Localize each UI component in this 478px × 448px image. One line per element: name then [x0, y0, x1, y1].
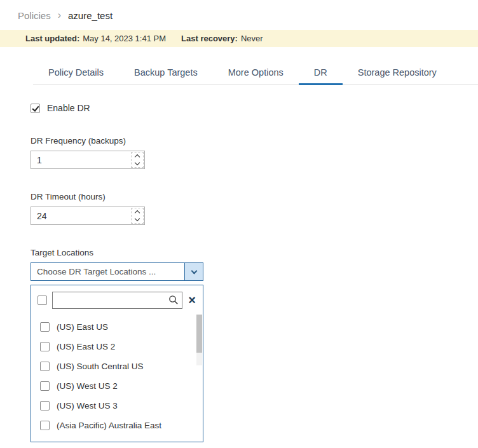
chevron-up-icon [135, 154, 140, 160]
breadcrumb-current-page: azure_test [68, 10, 113, 21]
dropdown-option[interactable]: (Asia Pacific) Australia East [31, 416, 203, 435]
chevron-down-icon [191, 268, 197, 274]
dr-frequency-decrement-button[interactable] [132, 160, 143, 168]
tab-policy-details[interactable]: Policy Details [33, 62, 119, 85]
option-label: (US) East US 2 [57, 342, 115, 351]
dr-frequency-field: DR Frequency (backups) 1 [31, 136, 478, 169]
tab-backup-targets[interactable]: Backup Targets [119, 62, 213, 85]
dr-timeout-input[interactable]: 24 [31, 207, 145, 225]
dr-frequency-label: DR Frequency (backups) [31, 136, 478, 146]
tab-storage-repository[interactable]: Storage Repository [343, 62, 452, 85]
option-label: (Asia Pacific) Australia East [57, 421, 161, 430]
dropdown-header: × [31, 290, 203, 314]
option-label: (US) West US 2 [57, 381, 118, 391]
last-recovery-value: Never [241, 34, 263, 43]
dr-frequency-spinner [131, 152, 144, 168]
dropdown-option[interactable]: (US) East US 2 [31, 337, 203, 356]
target-locations-selected-text: Choose DR Target Locations ... [31, 263, 184, 280]
option-label: (US) West US 3 [57, 401, 118, 411]
dr-timeout-label: DR Timeout (hours) [31, 192, 478, 201]
chevron-down-icon [135, 160, 140, 165]
target-locations-field: Target Locations Choose DR Target Locati… [31, 248, 478, 442]
search-icon [168, 295, 179, 305]
tab-more-options[interactable]: More Options [213, 62, 299, 85]
tab-bar: Policy Details Backup Targets More Optio… [33, 62, 478, 85]
option-checkbox[interactable] [40, 381, 50, 391]
option-label: (US) South Central US [57, 362, 144, 371]
dr-frequency-increment-button[interactable] [132, 153, 143, 160]
option-checkbox[interactable] [40, 322, 50, 332]
dr-settings-form: Enable DR DR Frequency (backups) 1 DR Ti… [31, 103, 478, 442]
page: Policies › azure_test Last updated: May … [0, 0, 478, 442]
dr-frequency-input[interactable]: 1 [31, 151, 145, 169]
chevron-down-icon [135, 216, 140, 221]
dr-timeout-increment-button[interactable] [132, 208, 143, 216]
target-locations-dropdown-panel: × (US) East US (US) East US 2 (US) South… [31, 285, 203, 442]
location-search-input[interactable] [52, 292, 182, 309]
dropdown-option[interactable]: (US) West US 2 [31, 376, 203, 396]
last-recovery-label: Last recovery: [181, 34, 238, 43]
target-locations-select[interactable]: Choose DR Target Locations ... [31, 262, 203, 281]
breadcrumb-separator-icon: › [58, 10, 61, 21]
option-checkbox[interactable] [40, 421, 50, 430]
option-checkbox[interactable] [40, 362, 50, 371]
option-checkbox[interactable] [40, 401, 50, 411]
dropdown-option[interactable]: (US) West US 3 [31, 396, 203, 416]
select-all-checkbox[interactable] [38, 295, 47, 305]
dr-timeout-field: DR Timeout (hours) 24 [31, 192, 478, 225]
last-updated-value: May 14, 2023 1:41 PM [83, 34, 166, 43]
option-checkbox[interactable] [40, 342, 50, 351]
breadcrumb-policies-link[interactable]: Policies [18, 10, 51, 21]
enable-dr-row: Enable DR [31, 103, 478, 113]
enable-dr-label: Enable DR [47, 103, 90, 113]
dr-timeout-value[interactable]: 24 [31, 207, 130, 224]
location-options-list: (US) East US (US) East US 2 (US) South C… [31, 314, 203, 435]
dropdown-option[interactable]: (US) South Central US [31, 356, 203, 376]
target-locations-label: Target Locations [31, 248, 478, 257]
dr-frequency-value[interactable]: 1 [31, 151, 130, 168]
option-label: (US) East US [57, 322, 108, 332]
search-field-wrap [52, 292, 182, 309]
last-updated-label: Last updated: [25, 34, 79, 43]
target-locations-dropdown-button[interactable] [184, 263, 203, 280]
breadcrumb: Policies › azure_test [0, 0, 478, 21]
dr-timeout-decrement-button[interactable] [132, 216, 143, 224]
scrollbar-thumb[interactable] [196, 315, 202, 353]
clear-search-icon[interactable]: × [188, 294, 198, 308]
dropdown-scrollbar[interactable] [196, 315, 202, 365]
dropdown-option[interactable]: (US) East US [31, 317, 203, 337]
status-bar: Last updated: May 14, 2023 1:41 PM Last … [0, 30, 478, 47]
tab-dr[interactable]: DR [299, 62, 343, 85]
chevron-up-icon [135, 210, 140, 215]
enable-dr-checkbox[interactable] [31, 104, 40, 113]
dr-timeout-spinner [131, 208, 144, 224]
